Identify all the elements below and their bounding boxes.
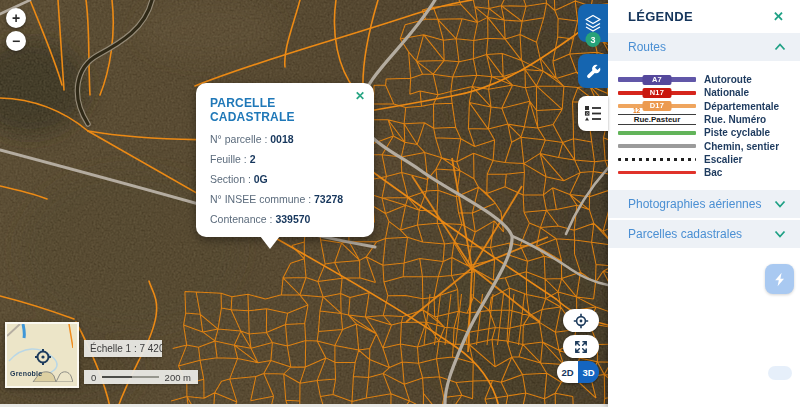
geoportal-app: + − ✕ PARCELLE CADASTRALE N° parcelle : …	[0, 0, 800, 407]
overview-map[interactable]: Grenoble	[5, 322, 79, 388]
legend-item-rue: Rue.Pasteur 12 Rue. Numéro	[618, 113, 794, 126]
section-photos[interactable]: Photographies aériennes	[608, 190, 800, 218]
field-value: 73278	[314, 193, 343, 205]
section-parcels-label: Parcelles cadastrales	[628, 227, 742, 241]
scale-ratio: Échelle 1 : 7 420	[84, 340, 162, 357]
field-label: Feuille :	[210, 153, 247, 165]
popup-title: PARCELLE CADASTRALE	[210, 96, 362, 124]
road-badge: A7	[643, 75, 672, 85]
scale-start: 0	[91, 372, 96, 383]
legend-item-label: Chemin, sentier	[704, 141, 779, 152]
legend-item-escalier: Escalier	[618, 153, 794, 166]
street-number: 12	[633, 108, 640, 115]
road-badge: D17	[643, 101, 672, 111]
field-value: 0018	[270, 133, 293, 145]
escalier-symbol	[618, 153, 696, 166]
legend-item-label: Rue. Numéro	[704, 114, 766, 125]
overview-crosshair-icon	[35, 349, 51, 365]
popup-field-contenance: Contenance : 339570	[210, 213, 362, 225]
legend-item-piste: Piste cyclable	[618, 126, 794, 139]
view-3d-button[interactable]: 3D	[578, 361, 599, 383]
legend-header: LÉGENDE ✕	[608, 0, 800, 33]
legend-item-label: Piste cyclable	[704, 127, 770, 138]
wrench-icon	[585, 63, 602, 80]
zoom-in-button[interactable]: +	[6, 8, 26, 28]
legend-item-label: Autoroute	[704, 74, 752, 85]
minimized-widget-button[interactable]	[768, 366, 792, 380]
legend-button[interactable]	[578, 96, 608, 131]
street-name: Rue.Pasteur	[634, 116, 681, 124]
popup-field-section: Section : 0G	[210, 173, 362, 185]
chemin-symbol	[618, 139, 696, 152]
scale-end: 200 m	[165, 372, 191, 383]
chevron-down-icon	[774, 200, 786, 208]
legend-item-departementale: D17 Départementale	[618, 100, 794, 113]
crosshair-icon	[573, 313, 589, 329]
dimension-toggle: 2D 3D	[557, 361, 599, 383]
zoom-out-button[interactable]: −	[6, 31, 26, 51]
legend-close-icon[interactable]: ✕	[773, 9, 784, 24]
chevron-down-icon	[774, 230, 786, 238]
map-canvas[interactable]: + − ✕ PARCELLE CADASTRALE N° parcelle : …	[0, 0, 608, 407]
layers-icon	[584, 14, 602, 33]
field-label: N° parcelle :	[210, 133, 267, 145]
geolocate-button[interactable]	[563, 309, 599, 332]
assistant-widget-button[interactable]	[765, 264, 794, 294]
routes-legend-list: A7 Autoroute N17 Nationale D17 Départeme…	[608, 63, 800, 190]
field-label: Contenance :	[210, 213, 272, 225]
scale-bar-line	[102, 376, 158, 378]
legend-item-label: Bac	[704, 167, 722, 178]
street-symbol: Rue.Pasteur 12	[618, 113, 696, 126]
legend-item-label: Nationale	[704, 87, 749, 98]
legend-item-label: Escalier	[704, 154, 742, 165]
scale-bar: 0 200 m	[84, 370, 198, 384]
legend-panel: LÉGENDE ✕ Routes A7 Autoroute N17 Nation…	[608, 0, 800, 407]
legend-title: LÉGENDE	[628, 9, 693, 24]
view-2d-button[interactable]: 2D	[557, 361, 578, 383]
legend-list-icon	[584, 105, 602, 122]
parcel-popup: ✕ PARCELLE CADASTRALE N° parcelle : 0018…	[196, 83, 374, 237]
assistant-logo-icon	[772, 272, 787, 287]
layers-button[interactable]: 3	[578, 4, 608, 42]
overview-city-label: Grenoble	[10, 370, 42, 377]
bac-symbol	[618, 166, 696, 179]
legend-item-chemin: Chemin, sentier	[618, 139, 794, 152]
field-label: N° INSEE commune :	[210, 193, 311, 205]
field-value: 2	[250, 153, 256, 165]
legend-item-bac: Bac	[618, 166, 794, 179]
fullscreen-button[interactable]	[563, 335, 599, 358]
field-value: 0G	[254, 173, 268, 185]
tools-button[interactable]	[578, 54, 608, 88]
popup-field-insee: N° INSEE commune : 73278	[210, 193, 362, 205]
layer-count-badge: 3	[586, 32, 601, 47]
expand-arrows-icon	[573, 339, 589, 355]
chevron-up-icon	[774, 43, 786, 51]
legend-item-autoroute: A7 Autoroute	[618, 73, 794, 86]
legend-item-label: Départementale	[704, 101, 779, 112]
legend-item-nationale: N17 Nationale	[618, 86, 794, 99]
piste-symbol	[618, 126, 696, 139]
autoroute-symbol: A7	[618, 73, 696, 86]
field-label: Section :	[210, 173, 251, 185]
field-value: 339570	[275, 213, 310, 225]
popup-close-icon[interactable]: ✕	[355, 90, 365, 102]
popup-field-parcel: N° parcelle : 0018	[210, 133, 362, 145]
road-badge: N17	[643, 88, 672, 98]
section-parcels[interactable]: Parcelles cadastrales	[608, 220, 800, 248]
section-routes-label: Routes	[628, 40, 666, 54]
popup-field-feuille: Feuille : 2	[210, 153, 362, 165]
section-photos-label: Photographies aériennes	[628, 197, 761, 211]
section-routes[interactable]: Routes	[608, 33, 800, 61]
nationale-symbol: N17	[618, 86, 696, 99]
departementale-symbol: D17	[618, 100, 696, 113]
